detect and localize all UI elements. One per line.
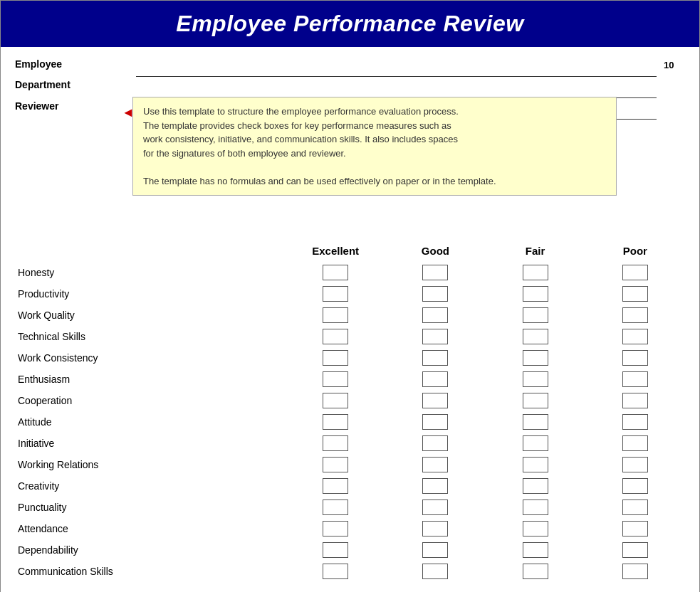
- tooltip-text1: Use this template to structure the emplo…: [143, 105, 606, 119]
- criteria-row: Attendance: [15, 519, 685, 539]
- criteria-checkboxes-11: [286, 500, 685, 515]
- check-excellent-1[interactable]: [323, 286, 348, 302]
- check-fair-0[interactable]: [523, 265, 548, 280]
- criteria-label-11: Punctuality: [15, 502, 286, 513]
- check-excellent-7[interactable]: [323, 414, 348, 430]
- check-poor-6[interactable]: [622, 393, 648, 408]
- criteria-checkboxes-10: [286, 478, 685, 494]
- check-fair-3[interactable]: [523, 329, 548, 344]
- check-fair-6[interactable]: [523, 393, 548, 408]
- reviewer-label: Reviewer: [15, 96, 129, 117]
- check-excellent-14[interactable]: [323, 564, 348, 579]
- criteria-checkboxes-12: [286, 521, 685, 536]
- department-label: Department: [15, 75, 129, 95]
- check-good-2[interactable]: [422, 307, 448, 323]
- employee-info: Employee Department Reviewer: [15, 54, 129, 117]
- criteria-row: Honesty: [15, 263, 685, 282]
- criteria-row: Working Relations: [15, 455, 685, 475]
- check-excellent-10[interactable]: [323, 478, 348, 494]
- check-good-10[interactable]: [422, 478, 448, 494]
- department-input-line[interactable]: [136, 78, 657, 98]
- criteria-row: Work Quality: [15, 305, 685, 325]
- check-poor-1[interactable]: [622, 286, 648, 302]
- criteria-row: Punctuality: [15, 497, 685, 517]
- check-poor-0[interactable]: [622, 265, 648, 280]
- page: Employee Performance Review Employee Dep…: [0, 0, 700, 592]
- check-good-7[interactable]: [422, 414, 448, 430]
- check-good-8[interactable]: [422, 435, 448, 451]
- criteria-label-8: Initiative: [15, 438, 286, 449]
- check-excellent-4[interactable]: [323, 350, 348, 366]
- check-poor-5[interactable]: [622, 371, 648, 387]
- tooltip-text4: for the signatures of both employee and …: [143, 147, 606, 161]
- check-poor-8[interactable]: [622, 435, 648, 451]
- check-excellent-3[interactable]: [323, 329, 348, 344]
- check-poor-10[interactable]: [622, 478, 648, 494]
- criteria-checkboxes-7: [286, 414, 685, 430]
- check-excellent-8[interactable]: [323, 435, 348, 451]
- check-good-3[interactable]: [422, 329, 448, 344]
- check-poor-12[interactable]: [622, 521, 648, 536]
- header-fair: Fair: [486, 245, 585, 257]
- criteria-row: Technical Skills: [15, 327, 685, 347]
- check-fair-1[interactable]: [523, 286, 548, 302]
- rating-headers: Excellent Good Fair Poor: [286, 239, 685, 260]
- check-poor-11[interactable]: [622, 500, 648, 515]
- check-excellent-0[interactable]: [323, 265, 348, 280]
- check-excellent-2[interactable]: [323, 307, 348, 323]
- tooltip-arrow: ◄: [122, 105, 135, 120]
- check-poor-7[interactable]: [622, 414, 648, 430]
- check-fair-11[interactable]: [523, 500, 548, 515]
- criteria-checkboxes-5: [286, 371, 685, 387]
- right-label: 10: [664, 54, 685, 70]
- check-excellent-11[interactable]: [323, 500, 348, 515]
- check-fair-4[interactable]: [523, 350, 548, 366]
- tooltip-text5: The template has no formulas and can be …: [143, 174, 606, 189]
- criteria-label-1: Productivity: [15, 288, 286, 300]
- criteria-checkboxes-4: [286, 350, 685, 366]
- check-fair-12[interactable]: [523, 521, 548, 536]
- check-excellent-12[interactable]: [323, 521, 348, 536]
- check-good-5[interactable]: [422, 371, 448, 387]
- criteria-row: Cooperation: [15, 391, 685, 411]
- employee-label: Employee: [15, 54, 129, 75]
- check-fair-8[interactable]: [523, 435, 548, 451]
- check-poor-2[interactable]: [622, 307, 648, 323]
- check-good-11[interactable]: [422, 500, 448, 515]
- header-bar: Employee Performance Review: [1, 1, 699, 47]
- check-excellent-6[interactable]: [323, 393, 348, 408]
- check-fair-7[interactable]: [523, 414, 548, 430]
- criteria-label-9: Working Relations: [15, 459, 286, 470]
- check-fair-10[interactable]: [523, 478, 548, 494]
- header-excellent: Excellent: [286, 245, 385, 257]
- check-excellent-5[interactable]: [323, 371, 348, 387]
- criteria-checkboxes-8: [286, 435, 685, 451]
- check-fair-9[interactable]: [523, 457, 548, 472]
- main-content: Employee Department Reviewer 10 ◄ Use th…: [1, 47, 699, 592]
- check-good-4[interactable]: [422, 350, 448, 366]
- header-good: Good: [385, 245, 485, 257]
- check-poor-9[interactable]: [622, 457, 648, 472]
- check-poor-3[interactable]: [622, 329, 648, 344]
- employee-input-line[interactable]: [136, 57, 657, 77]
- check-fair-13[interactable]: [523, 542, 548, 558]
- criteria-row: Productivity: [15, 284, 685, 304]
- check-fair-5[interactable]: [523, 371, 548, 387]
- check-fair-14[interactable]: [523, 564, 548, 579]
- check-good-0[interactable]: [422, 265, 448, 280]
- check-good-14[interactable]: [422, 564, 448, 579]
- check-good-6[interactable]: [422, 393, 448, 408]
- check-good-1[interactable]: [422, 286, 448, 302]
- check-excellent-13[interactable]: [323, 542, 348, 558]
- check-good-13[interactable]: [422, 542, 448, 558]
- tooltip-text2: The template provides check boxes for ke…: [143, 119, 606, 133]
- check-poor-4[interactable]: [622, 350, 648, 366]
- criteria-row: Enthusiasm: [15, 369, 685, 389]
- check-poor-13[interactable]: [622, 542, 648, 558]
- criteria-row: Work Consistency: [15, 348, 685, 368]
- check-excellent-9[interactable]: [323, 457, 348, 472]
- check-good-9[interactable]: [422, 457, 448, 472]
- check-fair-2[interactable]: [523, 307, 548, 323]
- check-poor-14[interactable]: [622, 564, 648, 579]
- check-good-12[interactable]: [422, 521, 448, 536]
